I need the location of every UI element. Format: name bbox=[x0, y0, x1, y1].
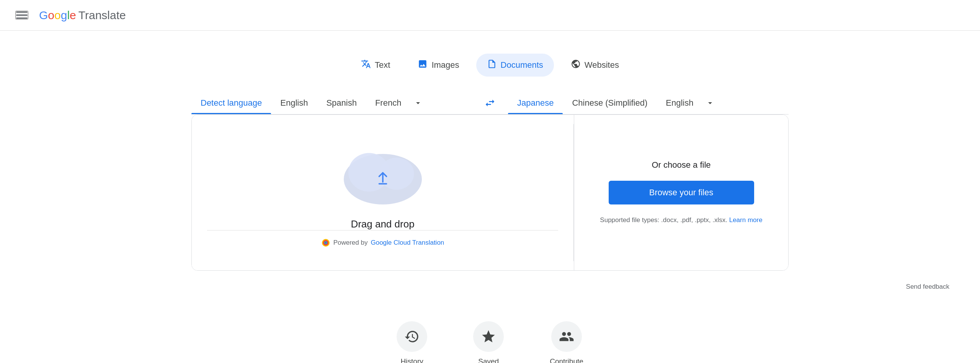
logo-e: e bbox=[70, 9, 76, 21]
or-choose-label: Or choose a file bbox=[652, 160, 710, 170]
main-content: Text Images Documents Websites bbox=[0, 31, 980, 363]
tab-images-label: Images bbox=[431, 60, 459, 70]
logo[interactable]: Google Translate bbox=[39, 9, 126, 22]
tab-websites-label: Websites bbox=[585, 60, 619, 70]
logo-translate-text: Translate bbox=[78, 9, 126, 22]
source-lang-detect[interactable]: Detect language bbox=[191, 92, 271, 114]
contribute-icon-circle bbox=[551, 321, 582, 352]
file-chooser-panel: Or choose a file Browse your files Suppo… bbox=[574, 115, 788, 270]
language-bar-wrapper: Detect language English Spanish French bbox=[191, 92, 789, 114]
target-lang-chinese-simplified[interactable]: Chinese (Simplified) bbox=[563, 92, 657, 114]
target-lang-english[interactable]: English bbox=[657, 92, 702, 114]
source-lang-french[interactable]: French bbox=[366, 92, 410, 114]
gcp-icon bbox=[321, 238, 330, 247]
swap-languages-button[interactable] bbox=[472, 97, 508, 109]
nav-item-history[interactable]: History bbox=[397, 321, 427, 363]
target-lang-japanese[interactable]: Japanese bbox=[508, 92, 563, 114]
tab-text-label: Text bbox=[375, 60, 390, 70]
translate-panel: Drag and drop Powered by Google Cloud Tr… bbox=[191, 114, 789, 271]
language-bar: Detect language English Spanish French bbox=[191, 92, 789, 114]
tab-images[interactable]: Images bbox=[407, 54, 470, 77]
supported-file-types-text: Supported file types: .docx, .pdf, .pptx… bbox=[600, 215, 762, 225]
contribute-label: Contribute bbox=[550, 357, 583, 363]
logo-g2: g bbox=[61, 9, 67, 21]
history-icon-circle bbox=[397, 321, 427, 352]
logo-o1: o bbox=[48, 9, 54, 21]
websites-tab-icon bbox=[571, 59, 581, 71]
svg-point-9 bbox=[325, 242, 327, 244]
history-label: History bbox=[401, 357, 423, 363]
tab-documents[interactable]: Documents bbox=[476, 54, 554, 77]
learn-more-link[interactable]: Learn more bbox=[729, 216, 763, 224]
tab-documents-label: Documents bbox=[501, 60, 543, 70]
logo-o2: o bbox=[54, 9, 61, 21]
logo-g: G bbox=[39, 9, 48, 21]
source-lang-english[interactable]: English bbox=[271, 92, 317, 114]
tab-text[interactable]: Text bbox=[350, 54, 401, 77]
source-language-options: Detect language English Spanish French bbox=[191, 92, 472, 114]
source-lang-spanish[interactable]: Spanish bbox=[317, 92, 366, 114]
documents-tab-icon bbox=[487, 59, 497, 71]
source-upload-panel[interactable]: Drag and drop Powered by Google Cloud Tr… bbox=[192, 115, 573, 270]
tab-row: Text Images Documents Websites bbox=[350, 54, 630, 77]
menu-button[interactable] bbox=[15, 11, 28, 20]
target-lang-more-button[interactable] bbox=[702, 92, 718, 114]
send-feedback-section: Send feedback bbox=[0, 277, 980, 291]
nav-item-contribute[interactable]: Contribute bbox=[550, 321, 583, 363]
images-tab-icon bbox=[418, 59, 428, 71]
text-tab-icon bbox=[361, 59, 371, 71]
drag-drop-text: Drag and drop bbox=[351, 218, 414, 230]
upload-cloud-icon bbox=[337, 138, 429, 207]
target-language-options: Japanese Chinese (Simplified) English bbox=[508, 92, 789, 114]
source-lang-more-button[interactable] bbox=[410, 92, 426, 114]
bottom-nav: History Saved Contribute bbox=[397, 321, 583, 363]
browse-files-button[interactable]: Browse your files bbox=[609, 181, 754, 204]
saved-icon-circle bbox=[473, 321, 504, 352]
powered-by-section: Powered by Google Cloud Translation bbox=[207, 230, 558, 255]
header: Google Translate bbox=[0, 0, 980, 31]
tab-websites[interactable]: Websites bbox=[560, 54, 630, 77]
send-feedback-link[interactable]: Send feedback bbox=[906, 283, 949, 290]
saved-label: Saved bbox=[478, 357, 499, 363]
powered-by-text: Powered by bbox=[333, 239, 368, 247]
nav-item-saved[interactable]: Saved bbox=[473, 321, 504, 363]
google-cloud-translation-link[interactable]: Google Cloud Translation bbox=[371, 239, 444, 247]
